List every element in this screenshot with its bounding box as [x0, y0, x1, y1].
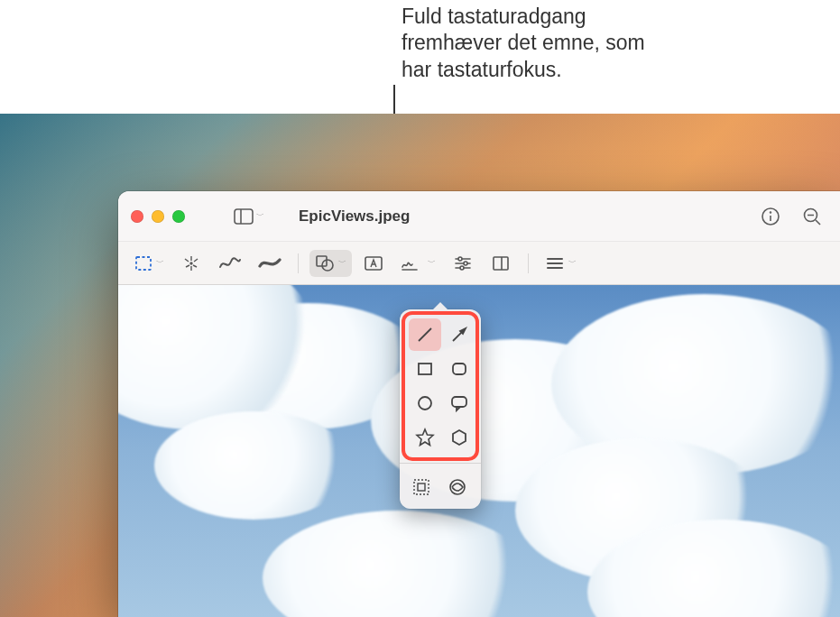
- sketch-icon: [218, 254, 242, 272]
- svg-line-6: [816, 220, 820, 225]
- svg-point-25: [460, 266, 464, 270]
- shape-highlight-area[interactable]: [405, 471, 438, 503]
- star-icon: [415, 428, 435, 447]
- speech-bubble-icon: [449, 393, 469, 413]
- svg-line-10: [185, 259, 189, 262]
- markup-toolbar: ﹀: [118, 242, 840, 285]
- selection-icon: [134, 254, 152, 272]
- svg-rect-40: [414, 480, 429, 494]
- chevron-down-icon: ﹀: [156, 257, 164, 269]
- shape-oval[interactable]: [409, 387, 441, 419]
- svg-point-36: [419, 397, 431, 410]
- description-button[interactable]: ﹀: [540, 250, 582, 277]
- shapes-icon: [315, 254, 335, 272]
- separator: [298, 253, 299, 273]
- text-icon: [364, 254, 383, 272]
- svg-rect-34: [419, 364, 431, 374]
- window-title: EpicViews.jpeg: [299, 207, 410, 226]
- svg-line-13: [193, 265, 197, 267]
- svg-point-23: [464, 262, 467, 265]
- cloud-shape: [154, 411, 353, 520]
- oval-icon: [415, 393, 435, 413]
- chevron-down-icon: ﹀: [256, 210, 264, 222]
- svg-point-17: [322, 260, 333, 271]
- svg-rect-35: [453, 364, 466, 374]
- svg-rect-8: [136, 257, 151, 270]
- rounded-rect-icon: [449, 359, 469, 379]
- instant-alpha-button[interactable]: [175, 250, 208, 277]
- sign-button[interactable]: ﹀: [395, 250, 441, 277]
- shape-rect[interactable]: [409, 353, 441, 385]
- zoom-out-button[interactable]: [797, 201, 827, 232]
- highlight-area-icon: [411, 477, 431, 497]
- shapes-extra-group: [400, 465, 481, 509]
- draw-icon: [258, 254, 282, 272]
- chevron-down-icon: ﹀: [568, 257, 577, 269]
- sidebar-toggle[interactable]: ﹀: [228, 205, 270, 228]
- chevron-down-icon: ﹀: [338, 257, 346, 269]
- svg-marker-33: [460, 328, 466, 334]
- svg-line-31: [419, 328, 431, 341]
- callout-text: Fuld tastaturadgang fremhæver det emne, …: [402, 4, 654, 83]
- separator: [528, 253, 529, 273]
- close-button[interactable]: [131, 210, 143, 223]
- svg-rect-0: [235, 209, 253, 224]
- rect-icon: [415, 359, 435, 379]
- svg-point-4: [771, 212, 771, 213]
- shape-rounded-rect[interactable]: [443, 353, 475, 385]
- crop-button[interactable]: [485, 250, 517, 277]
- list-icon: [545, 255, 565, 272]
- svg-line-12: [186, 265, 189, 267]
- svg-rect-37: [452, 397, 466, 407]
- shape-star[interactable]: [409, 421, 441, 454]
- crop-icon: [491, 254, 511, 272]
- sliders-icon: [453, 254, 473, 272]
- svg-rect-41: [418, 483, 425, 491]
- zoom-out-icon: [802, 207, 822, 226]
- window-controls: [131, 210, 185, 223]
- sign-icon: [401, 254, 424, 272]
- text-button[interactable]: [357, 250, 390, 277]
- svg-marker-39: [453, 430, 466, 445]
- svg-marker-38: [417, 429, 433, 446]
- minimize-button[interactable]: [152, 210, 164, 223]
- arrow-icon: [449, 325, 469, 345]
- shape-loupe[interactable]: [441, 471, 474, 503]
- shape-hexagon[interactable]: [443, 421, 475, 454]
- shape-speech-bubble[interactable]: [443, 387, 475, 419]
- selection-tool-button[interactable]: ﹀: [129, 250, 170, 277]
- svg-point-15: [190, 262, 192, 264]
- fullscreen-button[interactable]: [172, 210, 185, 223]
- info-icon: [761, 207, 780, 226]
- separator: [400, 463, 481, 464]
- titlebar: ﹀ EpicViews.jpeg: [118, 191, 840, 242]
- line-icon: [415, 325, 435, 345]
- shapes-focus-group: [402, 311, 479, 461]
- draw-button[interactable]: [253, 250, 287, 277]
- hexagon-icon: [449, 428, 469, 447]
- shapes-button[interactable]: ﹀: [309, 250, 352, 277]
- loupe-icon: [448, 477, 467, 497]
- shape-line[interactable]: [409, 318, 441, 351]
- instant-alpha-icon: [181, 253, 201, 273]
- sketch-button[interactable]: [213, 250, 247, 277]
- sidebar-icon: [234, 208, 254, 225]
- svg-rect-26: [494, 257, 508, 270]
- shape-arrow[interactable]: [443, 318, 475, 351]
- svg-line-11: [194, 259, 198, 262]
- info-button[interactable]: [755, 201, 786, 232]
- chevron-down-icon: ﹀: [428, 257, 436, 269]
- adjust-color-button[interactable]: [447, 250, 479, 277]
- shapes-popover: [400, 309, 481, 509]
- svg-point-21: [458, 257, 462, 261]
- cloud-shape: [263, 511, 533, 617]
